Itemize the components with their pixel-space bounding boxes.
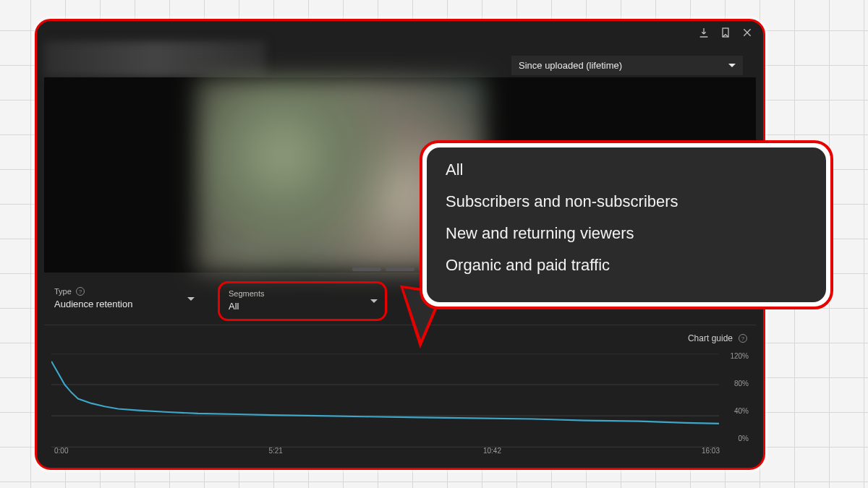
- video-title-redacted: [44, 41, 265, 77]
- bookmark-icon[interactable]: [720, 27, 731, 38]
- chevron-down-icon: [187, 297, 195, 301]
- close-icon[interactable]: [741, 27, 753, 38]
- xtick: 0:00: [54, 447, 68, 455]
- retention-chart: 120% 80% 40% 0% 0:00 5:21 10:42 16:03: [51, 354, 749, 455]
- window-toolbar: [698, 27, 753, 38]
- chevron-down-icon: [370, 299, 378, 303]
- ytick: 120%: [730, 352, 749, 360]
- help-icon: ?: [739, 334, 747, 343]
- type-label: Type: [54, 287, 72, 296]
- segments-value: All: [229, 301, 376, 312]
- segments-label: Segments: [229, 289, 265, 298]
- ytick: 40%: [734, 407, 749, 415]
- segments-option-organic-paid[interactable]: Organic and paid traffic: [446, 256, 807, 275]
- segments-option-subs[interactable]: Subscribers and non-subscribers: [446, 192, 807, 211]
- segments-option-new-returning[interactable]: New and returning viewers: [446, 224, 807, 243]
- chevron-down-icon: [728, 64, 736, 67]
- type-value: Audience retention: [54, 299, 193, 309]
- help-icon[interactable]: ?: [76, 287, 85, 296]
- ytick: 80%: [734, 380, 749, 388]
- xtick: 5:21: [268, 447, 282, 455]
- ytick: 0%: [739, 435, 749, 442]
- xticks: 0:00 5:21 10:42 16:03: [54, 447, 720, 455]
- segments-dropdown[interactable]: Segments All: [218, 281, 387, 321]
- segments-menu: All Subscribers and non-subscribers New …: [427, 147, 826, 302]
- download-icon[interactable]: [698, 27, 710, 38]
- xtick: 16:03: [702, 447, 720, 455]
- segments-menu-callout: All Subscribers and non-subscribers New …: [420, 140, 833, 309]
- xtick: 10:42: [483, 447, 501, 455]
- chart-guide-label: Chart guide: [688, 333, 733, 343]
- date-range-label: Since uploaded (lifetime): [519, 60, 622, 71]
- chart-guide-button[interactable]: Chart guide ?: [688, 333, 747, 343]
- segments-option-all[interactable]: All: [446, 160, 807, 179]
- type-dropdown[interactable]: Type ? Audience retention: [46, 281, 202, 321]
- date-range-dropdown[interactable]: Since uploaded (lifetime): [511, 56, 743, 75]
